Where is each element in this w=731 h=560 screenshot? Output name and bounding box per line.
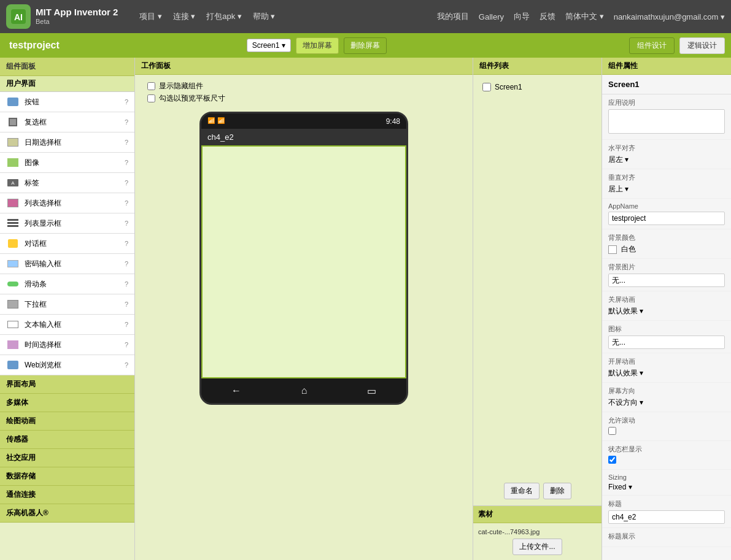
prop-bgcolor-dropdown[interactable]: 白色 [608, 244, 725, 255]
button-help[interactable]: ? [125, 98, 128, 105]
prop-bgcolor-label: 背景颜色 [608, 233, 725, 242]
nav-project[interactable]: 项目 ▾ [139, 11, 162, 22]
prop-icon-label: 图标 [608, 324, 725, 334]
button-label: 按钮 [25, 97, 125, 107]
phone-frame: 📶 📶 9:48 ch4_e2 ← ⌂ ▭ [199, 112, 408, 405]
image-help[interactable]: ? [125, 159, 128, 166]
prop-statusbar-checkbox[interactable] [608, 456, 616, 464]
spinner-icon [6, 297, 20, 311]
prop-icon-input[interactable] [608, 336, 725, 349]
back-button[interactable]: ← [231, 385, 241, 396]
complist-header: 组件列表 [473, 58, 601, 75]
delete-screen-button[interactable]: 删除屏幕 [344, 37, 387, 54]
prop-valign-dropdown[interactable]: 居上 ▾ [608, 184, 725, 194]
prop-openani-dropdown[interactable]: 默认效果 ▾ [608, 368, 725, 378]
rename-button[interactable]: 重命名 [504, 483, 540, 499]
sidebar-item-timepicker[interactable]: 时间选择框 ? [0, 335, 134, 355]
delete-button[interactable]: 删除 [543, 483, 571, 499]
sidebar-category-media[interactable]: 多媒体 [0, 394, 134, 412]
sidebar-item-webviewer[interactable]: Web浏览框 ? [0, 355, 134, 375]
comp-screen1[interactable]: Screen1 [479, 81, 595, 93]
sidebar-item-textinput[interactable]: 文本输入框 ? [0, 315, 134, 335]
sidebar-item-listpicker[interactable]: 列表选择框 ? [0, 193, 134, 213]
sidebar-item-label[interactable]: A 标签 ? [0, 173, 134, 193]
nav-gallery[interactable]: Gallery [479, 12, 504, 21]
password-icon [6, 257, 20, 270]
image-icon [6, 156, 20, 169]
logic-button[interactable]: 逻辑设计 [679, 37, 725, 54]
prop-closeani-dropdown[interactable]: 默认效果 ▾ [608, 306, 725, 316]
screen-dropdown[interactable]: Screen1 ▾ [247, 39, 292, 52]
sidebar-item-button[interactable]: 按钮 ? [0, 92, 134, 112]
tablet-preview-checkbox[interactable] [147, 94, 155, 102]
prop-orientation-dropdown[interactable]: 不设方向 ▾ [608, 397, 725, 408]
sidebar-category-communication[interactable]: 通信连接 [0, 486, 134, 504]
materials-header: 素材 [473, 506, 601, 523]
add-screen-button[interactable]: 增加屏幕 [296, 37, 339, 54]
prop-halign-dropdown[interactable]: 居左 ▾ [608, 155, 725, 165]
prop-statusbar: 状态栏显示 [602, 441, 731, 470]
nav-help[interactable]: 帮助 ▾ [253, 11, 276, 22]
props-header: 组件属性 [602, 58, 731, 75]
sidebar-item-spinner[interactable]: 下拉框 ? [0, 294, 134, 315]
nav-account[interactable]: nankaimathxujun@gmail.com ▾ [614, 12, 725, 21]
nav-guide[interactable]: 向导 [514, 11, 530, 22]
home-button[interactable]: ⌂ [301, 385, 307, 396]
checkbox-label: 复选框 [25, 117, 125, 128]
show-hidden-checkbox[interactable] [147, 82, 155, 90]
sidebar-category-sensors[interactable]: 传感器 [0, 431, 134, 449]
prop-appdesc-input[interactable] [608, 109, 725, 134]
listpicker-help[interactable]: ? [125, 199, 128, 207]
sidebar-item-password[interactable]: 密码输入框 ? [0, 254, 134, 274]
prop-scrollable-checkbox[interactable] [608, 427, 616, 435]
checkbox-icon [6, 115, 20, 129]
logo-area: AI MIT App Inventor 2 Beta [6, 4, 127, 29]
nav-build[interactable]: 打包apk ▾ [206, 11, 242, 22]
nav-connect[interactable]: 连接 ▾ [173, 11, 196, 22]
dialog-help[interactable]: ? [125, 240, 128, 247]
upload-button[interactable]: 上传文件... [512, 539, 562, 555]
design-button[interactable]: 组件设计 [629, 37, 675, 54]
sidebar-item-checkbox[interactable]: 复选框 ? [0, 112, 134, 132]
nav-feedback[interactable]: 反馈 [540, 11, 555, 22]
prop-openani: 开屏动画 默认效果 ▾ [602, 353, 731, 383]
spinner-label: 下拉框 [25, 299, 125, 310]
sidebar-category-lego[interactable]: 乐高机器人® [0, 504, 134, 523]
prop-sizing-dropdown[interactable]: Fixed ▾ [608, 483, 725, 491]
comp-screen1-checkbox[interactable] [482, 83, 491, 91]
nav-my-projects[interactable]: 我的项目 [437, 11, 469, 22]
slider-help[interactable]: ? [125, 280, 128, 288]
recent-button[interactable]: ▭ [367, 385, 376, 397]
phone-app-title: ch4_e2 [207, 132, 234, 142]
prop-appdesc-label: 应用说明 [608, 98, 725, 107]
label-help[interactable]: ? [125, 179, 128, 186]
timepicker-help[interactable]: ? [125, 341, 128, 348]
prop-orientation: 屏幕方向 不设方向 ▾ [602, 383, 731, 412]
sidebar-item-image[interactable]: 图像 ? [0, 153, 134, 173]
sidebar-item-listview[interactable]: 列表显示框 ? [0, 213, 134, 234]
sidebar-category-drawing[interactable]: 绘图动画 [0, 412, 134, 431]
webviewer-help[interactable]: ? [125, 361, 128, 369]
main-area: 组件面板 用户界面 按钮 ? 复选框 ? 日期选择框 ? [0, 58, 731, 560]
password-help[interactable]: ? [125, 260, 128, 267]
sidebar-item-dialog[interactable]: 对话框 ? [0, 234, 134, 254]
nav-language[interactable]: 简体中文 ▾ [565, 11, 604, 22]
prop-bgimage: 背景图片 [602, 259, 731, 291]
sidebar-category-social[interactable]: 社交应用 [0, 449, 134, 467]
datepicker-help[interactable]: ? [125, 139, 128, 146]
phone-screen[interactable] [201, 145, 406, 378]
prop-bgimage-input[interactable] [608, 274, 725, 287]
textinput-help[interactable]: ? [125, 321, 128, 328]
sidebar-category-storage[interactable]: 数据存储 [0, 467, 134, 486]
listview-help[interactable]: ? [125, 220, 128, 227]
nav-menu: 项目 ▾ 连接 ▾ 打包apk ▾ 帮助 ▾ [139, 11, 425, 22]
prop-title-input[interactable] [608, 510, 725, 524]
sidebar-item-slider[interactable]: 滑动条 ? [0, 274, 134, 294]
dialog-label: 对话框 [25, 239, 125, 249]
prop-appname-input[interactable] [608, 212, 725, 225]
sidebar-category-layout[interactable]: 界面布局 [0, 375, 134, 394]
spinner-help[interactable]: ? [125, 301, 128, 308]
prop-orientation-label: 屏幕方向 [608, 386, 725, 396]
checkbox-help[interactable]: ? [125, 118, 128, 126]
sidebar-item-datepicker[interactable]: 日期选择框 ? [0, 132, 134, 153]
